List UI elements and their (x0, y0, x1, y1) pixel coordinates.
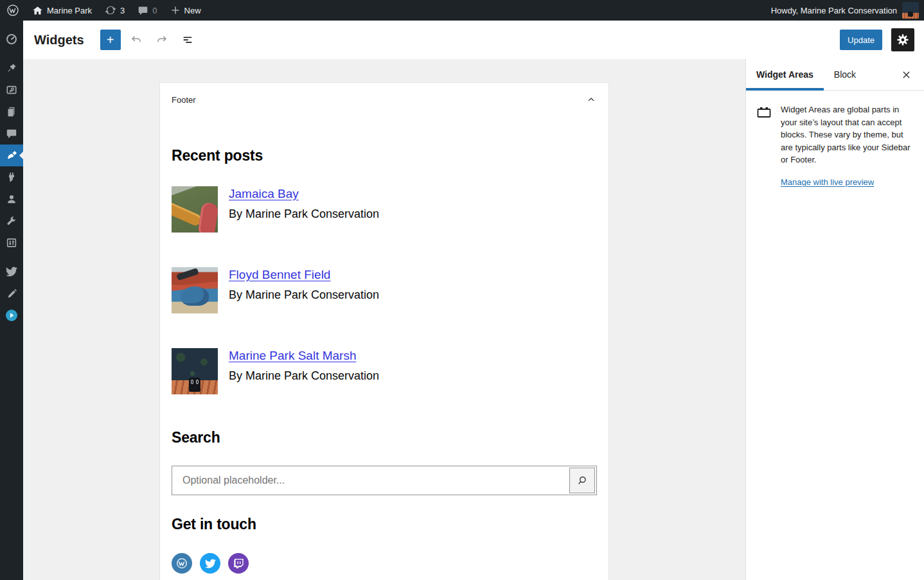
sidebar-item-appearance[interactable] (0, 145, 23, 166)
search-heading: Search (172, 429, 597, 446)
sidebar-item-tools[interactable] (0, 210, 23, 232)
post-thumbnail-floyd-bennet-field (172, 267, 218, 313)
post-thumbnail-salt-marsh (172, 348, 218, 394)
editor-canvas: Footer Recent posts Jamaica Bay By Marin… (23, 59, 745, 580)
settings-toggle-button[interactable] (891, 28, 914, 51)
sidebar-item-video-plugin[interactable] (0, 304, 23, 326)
post-thumbnail-jamaica-bay (172, 186, 218, 233)
widget-areas-icon (756, 105, 772, 120)
post-byline: By Marine Park Conservation (229, 288, 379, 302)
site-name: Marine Park (47, 6, 92, 15)
wrench-icon (6, 215, 17, 227)
howdy-text[interactable]: Howdy, Marine Park Conservation (771, 6, 897, 15)
post-link[interactable]: Jamaica Bay (229, 187, 299, 201)
new-menu[interactable]: New (164, 0, 208, 21)
twitch-social-icon (234, 559, 244, 568)
search-input[interactable] (172, 466, 597, 495)
block-inserter-button[interactable]: + (100, 30, 121, 50)
social-link-wordpress[interactable] (172, 553, 192, 574)
settings-sliders-icon (6, 237, 17, 249)
sidebar-item-twitter-plugin[interactable] (0, 261, 23, 283)
sidebar-item-users[interactable] (0, 188, 23, 210)
chevron-up-icon (585, 94, 597, 105)
pages-icon (6, 106, 17, 118)
sidebar-item-settings[interactable] (0, 232, 23, 254)
post-row: Floyd Bennet Field By Marine Park Conser… (172, 267, 597, 313)
paintbrush-icon (6, 150, 18, 162)
widget-areas-description: Widget Areas are global parts in your si… (781, 103, 913, 166)
comments-bubble-icon (6, 128, 17, 139)
plus-icon (170, 5, 181, 15)
widget-area-panel-header[interactable]: Footer (160, 83, 609, 116)
settings-sidebar: Widget Areas Block Widget Areas are glob… (745, 59, 924, 580)
home-icon (32, 5, 43, 16)
post-row: Marine Park Salt Marsh By Marine Park Co… (172, 348, 597, 394)
undo-icon (129, 33, 143, 47)
widget-area-title: Footer (172, 95, 196, 105)
twitter-social-icon (205, 558, 216, 569)
comments-menu[interactable]: 0 (131, 0, 163, 21)
wordpress-logo-icon (6, 4, 19, 17)
editor-header: Widgets + Update (23, 21, 924, 59)
redo-icon (155, 33, 169, 47)
post-link[interactable]: Marine Park Salt Marsh (229, 349, 357, 363)
sidebar-item-media[interactable] (0, 79, 23, 101)
updates-menu[interactable]: 3 (98, 0, 131, 21)
widget-area-panel-footer: Footer Recent posts Jamaica Bay By Marin… (159, 82, 609, 580)
comments-count: 0 (152, 6, 157, 15)
site-menu[interactable]: Marine Park (26, 0, 98, 21)
media-icon (6, 84, 17, 96)
list-view-icon (181, 33, 195, 47)
list-view-button[interactable] (177, 30, 198, 50)
pin-icon (6, 62, 17, 74)
sidebar-item-plugins[interactable] (0, 166, 23, 188)
post-row: Jamaica Bay By Marine Park Conservation (172, 186, 597, 233)
admin-side-menu (0, 21, 23, 580)
sidebar-item-pages[interactable] (0, 101, 23, 123)
page-title: Widgets (34, 33, 84, 48)
search-icon (576, 474, 589, 487)
search-submit-button[interactable] (569, 468, 595, 493)
post-byline: By Marine Park Conservation (229, 369, 379, 383)
plugin-icon (6, 171, 17, 183)
wordpress-logo-menu[interactable] (0, 0, 26, 21)
updates-count: 3 (120, 6, 125, 15)
twitter-icon (6, 266, 17, 277)
post-link[interactable]: Floyd Bennet Field (229, 268, 330, 282)
new-label: New (184, 6, 201, 15)
updates-icon (105, 4, 116, 16)
close-settings-button[interactable] (896, 64, 916, 85)
inspector-tabs: Widget Areas Block (746, 59, 924, 91)
post-byline: By Marine Park Conservation (229, 207, 379, 221)
manage-live-preview-link[interactable]: Manage with live preview (781, 177, 874, 187)
user-icon (6, 193, 17, 205)
user-avatar[interactable] (902, 2, 919, 19)
sidebar-item-dashboard[interactable] (0, 28, 23, 50)
undo-button[interactable] (126, 30, 147, 50)
recent-posts-heading: Recent posts (172, 147, 597, 164)
close-icon (901, 69, 912, 80)
social-link-twitch[interactable] (228, 553, 249, 574)
sidebar-item-editor-plugin[interactable] (0, 283, 23, 304)
get-in-touch-heading: Get in touch (172, 516, 597, 533)
tab-widget-areas[interactable]: Widget Areas (746, 59, 824, 90)
search-block (172, 466, 597, 495)
play-circle-icon (5, 309, 18, 322)
pencil-icon (6, 288, 17, 299)
update-button[interactable]: Update (840, 30, 882, 50)
comments-icon (138, 5, 148, 16)
social-links-block (172, 553, 597, 574)
social-link-twitter[interactable] (200, 553, 220, 574)
wordpress-social-icon (175, 557, 188, 570)
redo-button[interactable] (152, 30, 172, 50)
gear-icon (896, 33, 910, 47)
tab-block[interactable]: Block (824, 59, 866, 90)
sidebar-item-comments[interactable] (0, 123, 23, 145)
dashboard-icon (5, 33, 18, 46)
sidebar-item-posts[interactable] (0, 57, 23, 79)
admin-bar: Marine Park 3 0 New Howdy, Marine Park C… (0, 0, 924, 21)
